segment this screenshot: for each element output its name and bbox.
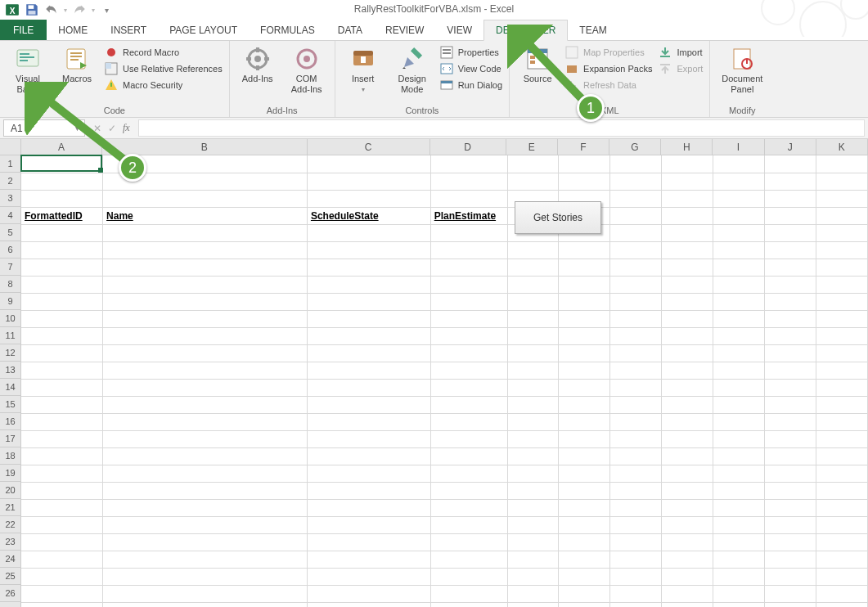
cell-B4[interactable]: Name bbox=[103, 207, 308, 224]
cell-A2[interactable] bbox=[21, 173, 103, 190]
cell-G3[interactable] bbox=[610, 190, 662, 207]
cell-B2[interactable] bbox=[103, 173, 308, 190]
source-button[interactable]: Source bbox=[516, 44, 559, 84]
cell-E9[interactable] bbox=[507, 293, 559, 310]
macros-button[interactable]: Macros bbox=[56, 44, 98, 84]
cell-J17[interactable] bbox=[765, 430, 816, 447]
cell-K13[interactable] bbox=[816, 362, 867, 379]
cell-A10[interactable] bbox=[21, 310, 103, 327]
cell-D7[interactable] bbox=[430, 259, 507, 276]
cell-J27[interactable] bbox=[765, 602, 816, 607]
cell-G19[interactable] bbox=[610, 465, 662, 482]
cell-F13[interactable] bbox=[559, 362, 610, 379]
cell-K4[interactable] bbox=[816, 207, 867, 224]
cell-I3[interactable] bbox=[713, 190, 765, 207]
cell-B20[interactable] bbox=[103, 482, 308, 499]
cell-A7[interactable] bbox=[21, 259, 103, 276]
import-button[interactable]: Import bbox=[659, 46, 703, 59]
cell-E24[interactable] bbox=[507, 551, 559, 568]
cell-G27[interactable] bbox=[610, 602, 662, 607]
cell-A4[interactable]: FormattedID bbox=[21, 207, 103, 224]
cell-A17[interactable] bbox=[21, 430, 103, 447]
cell-E19[interactable] bbox=[507, 465, 559, 482]
cell-E8[interactable] bbox=[507, 276, 559, 293]
cell-H24[interactable] bbox=[662, 551, 713, 568]
cell-H14[interactable] bbox=[662, 379, 713, 396]
cell-C18[interactable] bbox=[307, 447, 430, 465]
cell-B12[interactable] bbox=[103, 344, 308, 362]
column-header-C[interactable]: C bbox=[308, 139, 430, 155]
column-header-A[interactable]: A bbox=[21, 139, 102, 155]
cell-I22[interactable] bbox=[713, 516, 765, 533]
com-addins-button[interactable]: COM Add-Ins bbox=[286, 44, 328, 94]
cell-A22[interactable] bbox=[21, 516, 103, 533]
cell-G5[interactable] bbox=[610, 224, 662, 241]
cell-A21[interactable] bbox=[21, 499, 103, 516]
cell-D11[interactable] bbox=[430, 327, 507, 344]
cell-A24[interactable] bbox=[21, 551, 103, 568]
cell-F27[interactable] bbox=[559, 602, 610, 607]
cell-J10[interactable] bbox=[765, 310, 816, 327]
cell-F15[interactable] bbox=[559, 396, 610, 413]
cell-B1[interactable] bbox=[103, 155, 308, 173]
cell-E22[interactable] bbox=[507, 516, 559, 533]
cell-I14[interactable] bbox=[713, 379, 765, 396]
cell-K9[interactable] bbox=[816, 293, 867, 310]
cell-F17[interactable] bbox=[559, 430, 610, 447]
cell-F7[interactable] bbox=[559, 259, 610, 276]
cell-G21[interactable] bbox=[610, 499, 662, 516]
cell-E13[interactable] bbox=[507, 362, 559, 379]
cell-F18[interactable] bbox=[559, 447, 610, 465]
cell-C6[interactable] bbox=[307, 241, 430, 259]
use-relative-references-button[interactable]: Use Relative References bbox=[105, 62, 223, 75]
cell-A23[interactable] bbox=[21, 533, 103, 551]
cell-G26[interactable] bbox=[610, 585, 662, 602]
cell-G2[interactable] bbox=[610, 173, 662, 190]
row-header-1[interactable]: 1 bbox=[0, 155, 21, 173]
cell-C25[interactable] bbox=[307, 568, 430, 585]
cell-C16[interactable] bbox=[307, 413, 430, 430]
cell-G16[interactable] bbox=[610, 413, 662, 430]
cell-K7[interactable] bbox=[816, 259, 867, 276]
cell-J22[interactable] bbox=[765, 516, 816, 533]
cell-B6[interactable] bbox=[103, 241, 308, 259]
tab-team[interactable]: TEAM bbox=[568, 20, 618, 40]
cell-J5[interactable] bbox=[765, 224, 816, 241]
redo-more-icon[interactable]: ▾ bbox=[92, 7, 95, 14]
cell-C15[interactable] bbox=[307, 396, 430, 413]
cell-G17[interactable] bbox=[610, 430, 662, 447]
cell-K15[interactable] bbox=[816, 396, 867, 413]
cell-A18[interactable] bbox=[21, 447, 103, 465]
visual-basic-button[interactable]: Visual Basic bbox=[7, 44, 49, 94]
name-box-dropdown-icon[interactable]: ▼ bbox=[74, 124, 81, 133]
cell-B8[interactable] bbox=[103, 276, 308, 293]
cell-H20[interactable] bbox=[662, 482, 713, 499]
cell-G1[interactable] bbox=[610, 155, 662, 173]
cell-A5[interactable] bbox=[21, 224, 103, 241]
cell-F24[interactable] bbox=[559, 551, 610, 568]
cell-I25[interactable] bbox=[713, 568, 765, 585]
row-header-22[interactable]: 22 bbox=[0, 516, 21, 533]
cell-G18[interactable] bbox=[610, 447, 662, 465]
cell-D26[interactable] bbox=[430, 585, 507, 602]
cell-E15[interactable] bbox=[507, 396, 559, 413]
cell-A20[interactable] bbox=[21, 482, 103, 499]
name-box[interactable]: A1 ▼ bbox=[3, 119, 85, 137]
cell-D19[interactable] bbox=[430, 465, 507, 482]
cell-C4[interactable]: ScheduleState bbox=[307, 207, 430, 224]
cell-A8[interactable] bbox=[21, 276, 103, 293]
cell-I16[interactable] bbox=[713, 413, 765, 430]
cell-I21[interactable] bbox=[713, 499, 765, 516]
insert-control-button[interactable]: Insert ▾ bbox=[342, 44, 385, 93]
cell-E16[interactable] bbox=[507, 413, 559, 430]
cell-G25[interactable] bbox=[610, 568, 662, 585]
row-header-24[interactable]: 24 bbox=[0, 551, 21, 568]
cell-J24[interactable] bbox=[765, 551, 816, 568]
cell-K16[interactable] bbox=[816, 413, 867, 430]
cell-K21[interactable] bbox=[816, 499, 867, 516]
cell-G8[interactable] bbox=[610, 276, 662, 293]
cells-area[interactable]: FormattedIDNameScheduleStatePlanEstimate bbox=[21, 155, 868, 607]
cell-B27[interactable] bbox=[103, 602, 308, 607]
cell-I23[interactable] bbox=[713, 533, 765, 551]
cell-I24[interactable] bbox=[713, 551, 765, 568]
